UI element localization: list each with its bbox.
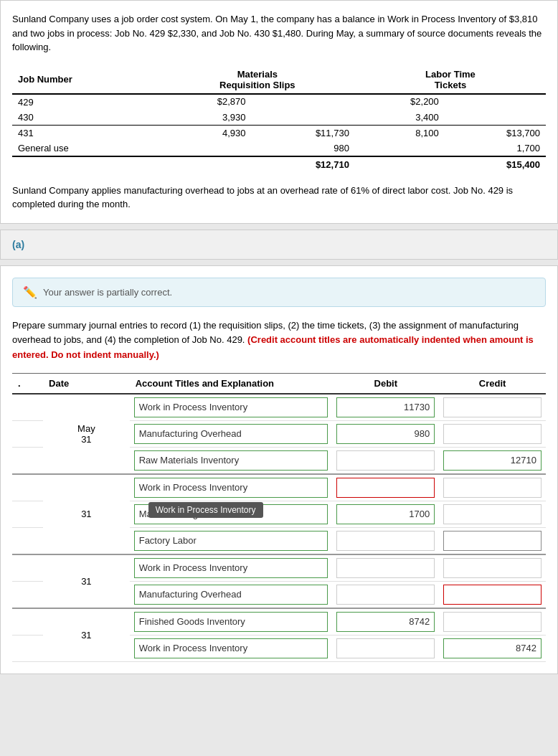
table-row: 430 3,930 3,400 bbox=[12, 110, 546, 126]
col-lab-header: Labor TimeTickets bbox=[355, 66, 546, 94]
debit-input-1-1[interactable] bbox=[336, 397, 435, 417]
credit-cell bbox=[439, 635, 546, 661]
account-cell bbox=[130, 394, 333, 421]
account-input-1-1[interactable] bbox=[134, 397, 328, 417]
credit-input-2-2[interactable] bbox=[443, 504, 542, 524]
credit-input-2-3[interactable] bbox=[443, 531, 542, 551]
credit-input-4-2[interactable] bbox=[443, 638, 542, 658]
credit-input-4-1[interactable] bbox=[443, 612, 542, 632]
debit-input-3-1[interactable] bbox=[336, 558, 435, 578]
table-row: 431 4,930 $11,730 8,100 $13,700 bbox=[12, 125, 546, 141]
debit-cell bbox=[332, 474, 439, 501]
credit-cell bbox=[439, 581, 546, 608]
col-mat-header: MaterialsRequisition Slips bbox=[160, 66, 355, 94]
debit-cell bbox=[332, 501, 439, 527]
credit-cell bbox=[439, 394, 546, 421]
credit-input-1-1[interactable] bbox=[443, 397, 542, 417]
debit-cell bbox=[332, 527, 439, 554]
table-row: 429 $2,870 $2,200 bbox=[12, 94, 546, 110]
journal-table: . Date Account Titles and Explanation De… bbox=[12, 373, 546, 662]
credit-input-3-2[interactable] bbox=[443, 585, 542, 605]
account-cell bbox=[130, 608, 333, 635]
credit-input-1-3[interactable] bbox=[443, 450, 542, 471]
debit-header: Debit bbox=[332, 373, 439, 394]
account-header: Account Titles and Explanation bbox=[130, 373, 333, 394]
credit-input-1-2[interactable] bbox=[443, 424, 542, 444]
data-table: Job Number MaterialsRequisition Slips La… bbox=[12, 66, 546, 172]
debit-cell bbox=[332, 447, 439, 474]
credit-header: Credit bbox=[439, 373, 546, 394]
instruction-text: Prepare summary journal entries to recor… bbox=[12, 318, 546, 363]
dot-cell bbox=[12, 474, 43, 501]
account-input-1-2[interactable] bbox=[134, 424, 328, 444]
date-31-2: 31 bbox=[43, 474, 130, 554]
credit-cell bbox=[439, 608, 546, 635]
journal-entry-3-row-1: 31 bbox=[12, 554, 546, 582]
dot-cell bbox=[12, 608, 43, 635]
credit-input-3-1[interactable] bbox=[443, 558, 542, 578]
account-cell bbox=[130, 527, 333, 554]
credit-cell bbox=[439, 420, 546, 447]
answer-section: ✏️ Your answer is partially correct. Pre… bbox=[0, 265, 558, 674]
debit-input-3-2[interactable] bbox=[336, 585, 435, 605]
dot-cell bbox=[12, 635, 43, 661]
debit-input-2-3[interactable] bbox=[336, 531, 435, 551]
dot-cell bbox=[12, 447, 43, 474]
table-totals-row: $12,710 $15,400 bbox=[12, 156, 546, 172]
account-cell bbox=[130, 420, 333, 447]
account-input-1-3[interactable] bbox=[134, 450, 328, 471]
partial-correct-banner: ✏️ Your answer is partially correct. bbox=[12, 278, 546, 307]
account-input-4-2[interactable] bbox=[134, 638, 328, 658]
section-a-label: (a) bbox=[12, 239, 24, 250]
date-header: Date bbox=[43, 373, 130, 394]
credit-cell bbox=[439, 447, 546, 474]
debit-input-1-3[interactable] bbox=[336, 450, 435, 471]
dot-header: . bbox=[12, 373, 43, 394]
account-input-3-2[interactable] bbox=[134, 585, 328, 605]
debit-cell bbox=[332, 635, 439, 661]
dot-cell bbox=[12, 527, 43, 554]
debit-cell bbox=[332, 608, 439, 635]
credit-cell bbox=[439, 474, 546, 501]
tooltip-wrapper: Work in Process Inventory bbox=[134, 478, 328, 498]
tooltip: Work in Process Inventory bbox=[148, 502, 263, 518]
credit-cell bbox=[439, 527, 546, 554]
debit-input-1-2[interactable] bbox=[336, 424, 435, 444]
problem-section: Sunland Company uses a job order cost sy… bbox=[0, 0, 558, 224]
dot-cell bbox=[12, 394, 43, 421]
problem-intro: Sunland Company uses a job order cost sy… bbox=[12, 12, 546, 55]
table-row-general: General use 980 1,700 bbox=[12, 141, 546, 156]
date-31-3: 31 bbox=[43, 554, 130, 608]
section-a: (a) bbox=[0, 230, 558, 260]
account-cell bbox=[130, 581, 333, 608]
debit-input-4-2[interactable] bbox=[336, 638, 435, 658]
journal-entry-1-row-1: May31 bbox=[12, 394, 546, 421]
debit-cell bbox=[332, 581, 439, 608]
credit-cell bbox=[439, 501, 546, 527]
account-input-2-3[interactable] bbox=[134, 531, 328, 551]
account-input-2-1[interactable] bbox=[134, 478, 328, 498]
debit-cell bbox=[332, 420, 439, 447]
journal-entry-2-row-1: 31 Work in Process Inventory bbox=[12, 474, 546, 501]
account-input-3-1[interactable] bbox=[134, 558, 328, 578]
account-cell bbox=[130, 554, 333, 582]
debit-cell bbox=[332, 394, 439, 421]
credit-input-2-1[interactable] bbox=[443, 478, 542, 498]
credit-cell bbox=[439, 554, 546, 582]
debit-input-2-1[interactable] bbox=[336, 478, 435, 498]
col-job-header: Job Number bbox=[12, 66, 160, 94]
dot-cell bbox=[12, 581, 43, 608]
partial-correct-msg: Your answer is partially correct. bbox=[43, 287, 172, 298]
date-31-4: 31 bbox=[43, 608, 130, 662]
dot-cell bbox=[12, 501, 43, 527]
debit-input-4-1[interactable] bbox=[336, 612, 435, 632]
account-input-4-1[interactable] bbox=[134, 612, 328, 632]
overhead-text: Sunland Company applies manufacturing ov… bbox=[12, 184, 546, 212]
dot-cell bbox=[12, 554, 43, 582]
debit-cell bbox=[332, 554, 439, 582]
journal-entry-4-row-1: 31 bbox=[12, 608, 546, 635]
account-cell bbox=[130, 447, 333, 474]
debit-input-2-2[interactable] bbox=[336, 504, 435, 524]
account-cell: Work in Process Inventory bbox=[130, 474, 333, 501]
account-cell bbox=[130, 635, 333, 661]
